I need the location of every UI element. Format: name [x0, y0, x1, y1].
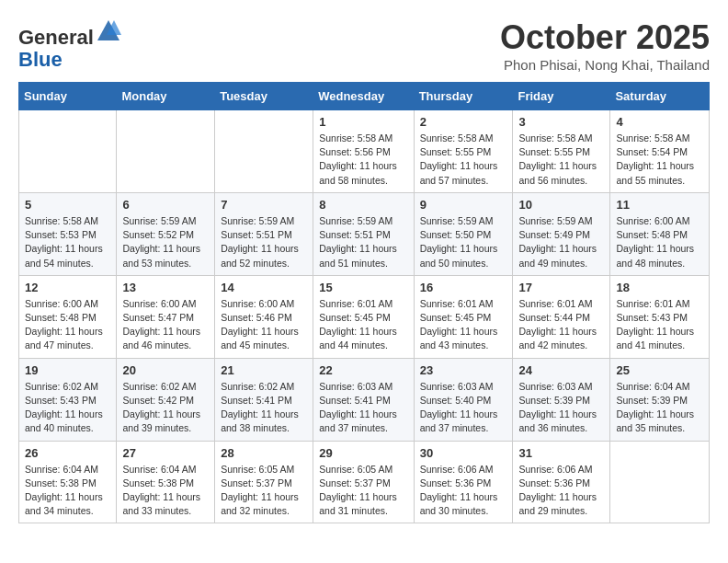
calendar-cell: 12Sunrise: 6:00 AM Sunset: 5:48 PM Dayli…	[19, 275, 117, 358]
day-info: Sunrise: 6:04 AM Sunset: 5:39 PM Dayligh…	[616, 380, 703, 436]
day-number: 15	[319, 281, 407, 294]
day-number: 9	[420, 198, 507, 212]
weekday-header: Tuesday	[215, 83, 313, 110]
calendar-cell: 16Sunrise: 6:01 AM Sunset: 5:45 PM Dayli…	[414, 275, 513, 358]
day-info: Sunrise: 6:00 AM Sunset: 5:48 PM Dayligh…	[616, 214, 703, 270]
calendar-cell	[117, 110, 215, 193]
day-info: Sunrise: 5:58 AM Sunset: 5:56 PM Dayligh…	[319, 132, 407, 188]
day-info: Sunrise: 5:59 AM Sunset: 5:50 PM Dayligh…	[420, 214, 507, 270]
day-info: Sunrise: 5:58 AM Sunset: 5:54 PM Dayligh…	[616, 132, 703, 188]
day-info: Sunrise: 5:59 AM Sunset: 5:49 PM Dayligh…	[518, 214, 604, 270]
day-number: 28	[221, 446, 307, 460]
day-number: 13	[122, 281, 209, 294]
calendar-week-row: 19Sunrise: 6:02 AM Sunset: 5:43 PM Dayli…	[19, 358, 710, 441]
weekday-header: Thursday	[414, 83, 513, 110]
day-number: 7	[221, 198, 307, 212]
logo-blue: Blue	[18, 48, 63, 71]
day-info: Sunrise: 6:00 AM Sunset: 5:46 PM Dayligh…	[221, 297, 307, 353]
day-info: Sunrise: 6:06 AM Sunset: 5:36 PM Dayligh…	[518, 463, 604, 519]
page-header: General Blue October 2025 Phon Phisai, N…	[18, 18, 710, 73]
day-info: Sunrise: 6:01 AM Sunset: 5:45 PM Dayligh…	[319, 297, 407, 353]
weekday-header: Saturday	[610, 83, 710, 110]
day-number: 19	[25, 363, 110, 377]
day-info: Sunrise: 6:02 AM Sunset: 5:43 PM Dayligh…	[25, 380, 110, 436]
day-info: Sunrise: 6:00 AM Sunset: 5:47 PM Dayligh…	[122, 297, 209, 353]
calendar-week-row: 1Sunrise: 5:58 AM Sunset: 5:56 PM Daylig…	[19, 110, 710, 193]
day-info: Sunrise: 6:02 AM Sunset: 5:41 PM Dayligh…	[221, 380, 307, 436]
logo: General Blue	[18, 18, 121, 71]
day-info: Sunrise: 6:04 AM Sunset: 5:38 PM Dayligh…	[25, 463, 110, 519]
calendar-cell: 20Sunrise: 6:02 AM Sunset: 5:42 PM Dayli…	[117, 358, 215, 441]
calendar-cell: 4Sunrise: 5:58 AM Sunset: 5:54 PM Daylig…	[610, 110, 710, 193]
calendar-cell: 9Sunrise: 5:59 AM Sunset: 5:50 PM Daylig…	[414, 192, 513, 275]
calendar-week-row: 12Sunrise: 6:00 AM Sunset: 5:48 PM Dayli…	[19, 275, 710, 358]
calendar-cell: 1Sunrise: 5:58 AM Sunset: 5:56 PM Daylig…	[313, 110, 414, 193]
day-info: Sunrise: 6:01 AM Sunset: 5:44 PM Dayligh…	[518, 297, 604, 353]
day-info: Sunrise: 6:04 AM Sunset: 5:38 PM Dayligh…	[122, 463, 209, 519]
day-info: Sunrise: 6:03 AM Sunset: 5:39 PM Dayligh…	[518, 380, 604, 436]
day-info: Sunrise: 6:05 AM Sunset: 5:37 PM Dayligh…	[319, 463, 407, 519]
day-info: Sunrise: 6:03 AM Sunset: 5:40 PM Dayligh…	[420, 380, 507, 436]
calendar-cell: 22Sunrise: 6:03 AM Sunset: 5:41 PM Dayli…	[313, 358, 414, 441]
calendar-cell: 21Sunrise: 6:02 AM Sunset: 5:41 PM Dayli…	[215, 358, 313, 441]
day-info: Sunrise: 6:03 AM Sunset: 5:41 PM Dayligh…	[319, 380, 407, 436]
weekday-header: Monday	[117, 83, 215, 110]
day-number: 22	[319, 363, 407, 377]
calendar-cell: 3Sunrise: 5:58 AM Sunset: 5:55 PM Daylig…	[513, 110, 610, 193]
calendar-week-row: 5Sunrise: 5:58 AM Sunset: 5:53 PM Daylig…	[19, 192, 710, 275]
day-number: 2	[420, 115, 507, 129]
calendar-cell: 6Sunrise: 5:59 AM Sunset: 5:52 PM Daylig…	[117, 192, 215, 275]
calendar-cell: 31Sunrise: 6:06 AM Sunset: 5:36 PM Dayli…	[513, 441, 610, 523]
month-title: October 2025	[500, 18, 710, 57]
day-info: Sunrise: 5:59 AM Sunset: 5:51 PM Dayligh…	[221, 214, 307, 270]
day-number: 4	[616, 115, 703, 129]
day-number: 25	[616, 363, 703, 377]
calendar-cell: 8Sunrise: 5:59 AM Sunset: 5:51 PM Daylig…	[313, 192, 414, 275]
day-info: Sunrise: 6:01 AM Sunset: 5:43 PM Dayligh…	[616, 297, 703, 353]
calendar-cell: 13Sunrise: 6:00 AM Sunset: 5:47 PM Dayli…	[117, 275, 215, 358]
day-number: 23	[420, 363, 507, 377]
calendar-table: SundayMondayTuesdayWednesdayThursdayFrid…	[18, 82, 710, 523]
day-number: 10	[518, 198, 604, 212]
logo-general: General	[18, 26, 94, 49]
day-number: 11	[616, 198, 703, 212]
calendar-cell: 29Sunrise: 6:05 AM Sunset: 5:37 PM Dayli…	[313, 441, 414, 523]
weekday-header: Friday	[513, 83, 610, 110]
day-info: Sunrise: 6:02 AM Sunset: 5:42 PM Dayligh…	[122, 380, 209, 436]
day-number: 24	[518, 363, 604, 377]
day-number: 29	[319, 446, 407, 460]
location: Phon Phisai, Nong Khai, Thailand	[500, 57, 710, 73]
day-info: Sunrise: 6:00 AM Sunset: 5:48 PM Dayligh…	[25, 297, 110, 353]
weekday-header: Wednesday	[313, 83, 414, 110]
day-number: 20	[122, 363, 209, 377]
day-info: Sunrise: 5:58 AM Sunset: 5:55 PM Dayligh…	[518, 132, 604, 188]
logo-icon	[96, 18, 121, 44]
day-number: 27	[122, 446, 209, 460]
day-number: 21	[221, 363, 307, 377]
calendar-cell: 10Sunrise: 5:59 AM Sunset: 5:49 PM Dayli…	[513, 192, 610, 275]
calendar-cell: 30Sunrise: 6:06 AM Sunset: 5:36 PM Dayli…	[414, 441, 513, 523]
calendar-cell: 15Sunrise: 6:01 AM Sunset: 5:45 PM Dayli…	[313, 275, 414, 358]
day-info: Sunrise: 6:05 AM Sunset: 5:37 PM Dayligh…	[221, 463, 307, 519]
day-info: Sunrise: 5:59 AM Sunset: 5:51 PM Dayligh…	[319, 214, 407, 270]
title-block: October 2025 Phon Phisai, Nong Khai, Tha…	[500, 18, 710, 73]
day-number: 16	[420, 281, 507, 294]
day-number: 5	[25, 198, 110, 212]
day-number: 18	[616, 281, 703, 294]
day-number: 17	[518, 281, 604, 294]
calendar-cell	[19, 110, 117, 193]
day-info: Sunrise: 6:06 AM Sunset: 5:36 PM Dayligh…	[420, 463, 507, 519]
day-info: Sunrise: 5:58 AM Sunset: 5:55 PM Dayligh…	[420, 132, 507, 188]
calendar-cell	[215, 110, 313, 193]
day-number: 12	[25, 281, 110, 294]
calendar-cell: 27Sunrise: 6:04 AM Sunset: 5:38 PM Dayli…	[117, 441, 215, 523]
weekday-header-row: SundayMondayTuesdayWednesdayThursdayFrid…	[19, 83, 710, 110]
calendar-cell: 18Sunrise: 6:01 AM Sunset: 5:43 PM Dayli…	[610, 275, 710, 358]
calendar-cell	[610, 441, 710, 523]
calendar-cell: 19Sunrise: 6:02 AM Sunset: 5:43 PM Dayli…	[19, 358, 117, 441]
calendar-cell: 14Sunrise: 6:00 AM Sunset: 5:46 PM Dayli…	[215, 275, 313, 358]
calendar-cell: 11Sunrise: 6:00 AM Sunset: 5:48 PM Dayli…	[610, 192, 710, 275]
calendar-cell: 7Sunrise: 5:59 AM Sunset: 5:51 PM Daylig…	[215, 192, 313, 275]
day-number: 31	[518, 446, 604, 460]
calendar-cell: 17Sunrise: 6:01 AM Sunset: 5:44 PM Dayli…	[513, 275, 610, 358]
